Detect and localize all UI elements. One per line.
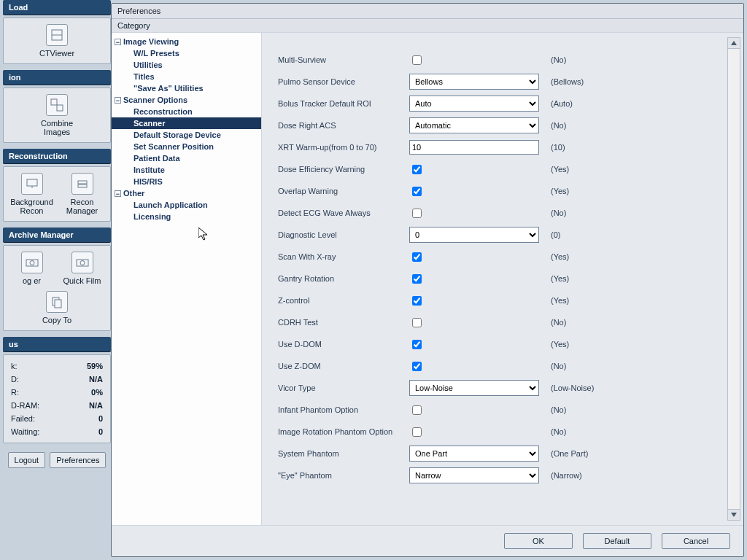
svg-marker-15 bbox=[731, 513, 737, 517]
tool-label: CTViewer bbox=[39, 49, 74, 58]
pref-checkbox[interactable] bbox=[412, 362, 422, 371]
pref-label: Gantry Rotation bbox=[278, 274, 409, 283]
tool-og-er[interactable]: og er bbox=[10, 252, 54, 285]
copy-icon bbox=[46, 291, 68, 313]
pref-default: (Narrow) bbox=[551, 471, 582, 480]
pref-label: Z-control bbox=[278, 296, 409, 305]
pref-label: Use Z-DOM bbox=[278, 362, 409, 370]
section-panel-load: CTViewer bbox=[3, 18, 111, 64]
tree-item[interactable]: Default Storage Device bbox=[112, 129, 261, 141]
tree-item[interactable]: HIS/RIS bbox=[112, 176, 261, 187]
pref-default: (Yes) bbox=[551, 274, 569, 283]
section-header-reconstruction: Reconstruction bbox=[3, 149, 111, 163]
pref-select[interactable]: Low-Noise bbox=[409, 380, 539, 396]
pref-label: Detect ECG Wave Always bbox=[278, 209, 409, 217]
tree-item[interactable]: Patient Data bbox=[112, 152, 261, 164]
dialog-title: Preferences bbox=[112, 4, 743, 19]
pref-label: Vicor Type bbox=[278, 384, 409, 392]
pref-checkbox[interactable] bbox=[412, 252, 422, 262]
pref-checkbox[interactable] bbox=[412, 296, 422, 306]
preferences-button[interactable]: Preferences bbox=[50, 452, 106, 468]
pref-text-input[interactable] bbox=[409, 140, 539, 155]
tool-copy-to[interactable]: Copy To bbox=[35, 291, 79, 324]
pref-checkbox[interactable] bbox=[412, 274, 422, 284]
status-row: D-RAM:N/A bbox=[11, 399, 103, 412]
tree-item[interactable]: Utilities bbox=[112, 59, 261, 71]
tool-quick-film[interactable]: Quick Film bbox=[61, 252, 104, 285]
default-button[interactable]: Default bbox=[583, 533, 651, 549]
stack-icon bbox=[71, 173, 93, 195]
pref-row: "Eye" PhantomNarrow(Narrow) bbox=[278, 464, 721, 486]
pref-checkbox[interactable] bbox=[412, 209, 422, 218]
tool-label: Quick Film bbox=[63, 276, 101, 285]
pref-label: Diagnostic Level bbox=[278, 230, 409, 239]
svg-rect-13 bbox=[55, 300, 61, 308]
tool-ctviewer[interactable]: CTViewer bbox=[35, 24, 79, 58]
pref-label: Bolus Tracker Default ROI bbox=[278, 99, 409, 108]
pref-label: Use D-DOM bbox=[278, 340, 409, 349]
pref-select[interactable]: Auto bbox=[409, 96, 539, 112]
cube-icon bbox=[46, 24, 68, 46]
pref-select[interactable]: Narrow bbox=[409, 467, 539, 483]
pref-label: Dose Right ACS bbox=[278, 121, 409, 130]
pref-label: Pulmo Sensor Device bbox=[278, 77, 409, 86]
tree-item[interactable]: Titles bbox=[112, 71, 261, 82]
tree-item[interactable]: Launch Application bbox=[112, 199, 261, 211]
pref-row: Infant Phantom Option(No) bbox=[278, 399, 721, 421]
scroll-up-icon[interactable] bbox=[728, 38, 740, 49]
category-tree[interactable]: Image ViewingW/L PresetsUtilitiesTitles"… bbox=[112, 33, 262, 525]
status-row: Failed:0 bbox=[11, 412, 103, 425]
cancel-button[interactable]: Cancel bbox=[662, 533, 730, 549]
tree-item[interactable]: "Save As" Utilities bbox=[112, 82, 261, 94]
pref-checkbox[interactable] bbox=[412, 427, 422, 437]
pref-checkbox[interactable] bbox=[412, 405, 422, 415]
pref-default: (10) bbox=[551, 143, 565, 152]
status-row: Waiting:0 bbox=[11, 425, 103, 438]
tool-background-recon[interactable]: Background Recon bbox=[10, 173, 54, 215]
tree-item[interactable]: W/L Presets bbox=[112, 47, 261, 59]
tool-combine-images[interactable]: Combine Images bbox=[35, 94, 79, 136]
pref-checkbox[interactable] bbox=[412, 55, 422, 65]
ok-button[interactable]: OK bbox=[504, 533, 573, 549]
pref-label: "Eye" Phantom bbox=[278, 471, 409, 480]
pref-checkbox[interactable] bbox=[412, 340, 422, 349]
pref-checkbox[interactable] bbox=[412, 318, 422, 327]
tool-recon-manager[interactable]: Recon Manager bbox=[61, 173, 104, 215]
pref-label: Scan With X-ray bbox=[278, 252, 409, 261]
camera-icon bbox=[21, 252, 43, 273]
pref-label: XRT Warm-up(from 0 to 70) bbox=[278, 143, 409, 152]
pref-select[interactable]: Automatic bbox=[409, 117, 539, 133]
pref-label: CDRH Test bbox=[278, 318, 409, 327]
pref-row: Pulmo Sensor DeviceBellows(Bellows) bbox=[278, 71, 721, 93]
pref-select[interactable]: One Part bbox=[409, 446, 539, 462]
pref-default: (Low-Noise) bbox=[551, 384, 594, 392]
tool-label: Background Recon bbox=[10, 198, 54, 215]
svg-point-9 bbox=[30, 261, 34, 265]
tree-group-other[interactable]: Other bbox=[112, 187, 261, 199]
logout-button[interactable]: Logout bbox=[8, 452, 46, 468]
pref-default: (No) bbox=[551, 55, 566, 64]
tree-group-image_viewing[interactable]: Image Viewing bbox=[112, 36, 261, 47]
pref-row: Image Rotation Phantom Option(No) bbox=[278, 421, 721, 443]
tree-item[interactable]: Set Scanner Position bbox=[112, 141, 261, 152]
status-value: 0 bbox=[98, 425, 103, 438]
status-label: D: bbox=[11, 373, 19, 386]
pref-checkbox[interactable] bbox=[412, 187, 422, 196]
pref-row: Scan With X-ray(Yes) bbox=[278, 246, 721, 268]
tree-item[interactable]: Institute bbox=[112, 164, 261, 176]
pref-row: Gantry Rotation(Yes) bbox=[278, 268, 721, 289]
pref-label: Infant Phantom Option bbox=[278, 405, 409, 414]
tree-item[interactable]: Scanner bbox=[112, 117, 261, 129]
status-list: k:59%D:N/AR:0%D-RAM:N/AFailed:0Waiting:0 bbox=[4, 355, 110, 443]
pref-label: Dose Efficiency Warning bbox=[278, 165, 409, 174]
vertical-scrollbar[interactable] bbox=[727, 37, 740, 521]
pref-default: (One Part) bbox=[551, 449, 588, 458]
tree-item[interactable]: Licensing bbox=[112, 211, 261, 222]
tree-group-scanner_options[interactable]: Scanner Options bbox=[112, 94, 261, 106]
tree-item[interactable]: Reconstruction bbox=[112, 106, 261, 117]
pref-select[interactable]: Bellows bbox=[409, 74, 539, 90]
pref-default: (No) bbox=[551, 121, 566, 130]
pref-checkbox[interactable] bbox=[412, 165, 422, 174]
pref-select[interactable]: 0 bbox=[409, 227, 539, 243]
scroll-down-icon[interactable] bbox=[728, 509, 740, 520]
